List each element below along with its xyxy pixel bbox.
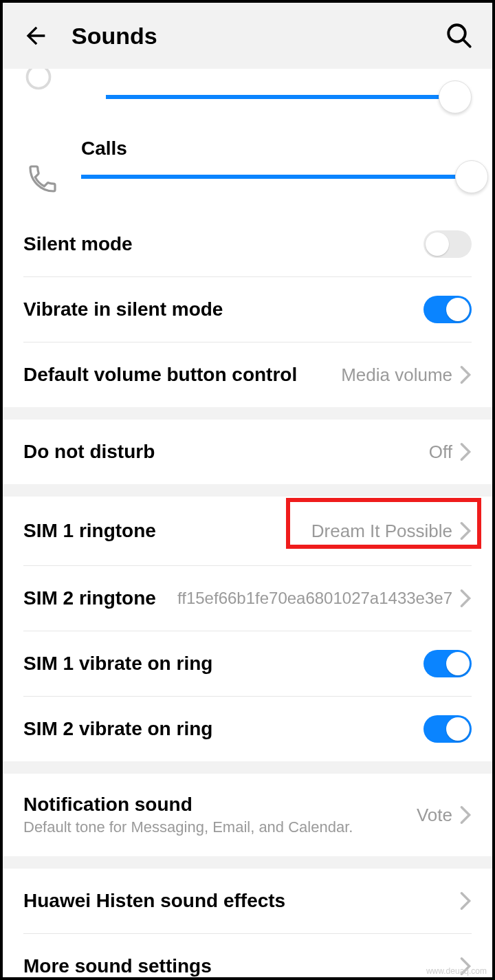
default-volume-label: Default volume button control	[23, 364, 297, 386]
chevron-right-icon	[459, 442, 472, 461]
row-silent-mode[interactable]: Silent mode	[3, 212, 492, 276]
search-button[interactable]	[443, 19, 476, 52]
sim1-ringtone-label: SIM 1 ringtone	[23, 520, 156, 542]
content-area: Calls Silent mode Vibrate in silent mode…	[3, 69, 492, 977]
notification-sub: Default tone for Messaging, Email, and C…	[23, 818, 353, 836]
back-button[interactable]	[19, 19, 52, 52]
search-icon	[445, 21, 474, 50]
notification-label: Notification sound	[23, 794, 353, 816]
row-vibrate-silent[interactable]: Vibrate in silent mode	[3, 277, 492, 342]
calls-label: Calls	[81, 138, 472, 160]
phone-icon	[26, 162, 59, 195]
row-sim2-vibrate[interactable]: SIM 2 vibrate on ring	[3, 697, 492, 761]
svg-point-2	[28, 69, 50, 89]
row-sim2-ringtone[interactable]: SIM 2 ringtone ff15ef66b1fe70ea6801027a1…	[3, 566, 492, 631]
chevron-right-icon	[459, 805, 472, 825]
histen-label: Huawei Histen sound effects	[23, 890, 285, 912]
more-settings-label: More sound settings	[23, 955, 212, 977]
row-sim1-vibrate[interactable]: SIM 1 vibrate on ring	[3, 631, 492, 696]
slider-row-calls: Calls	[3, 110, 492, 212]
page-title: Sounds	[72, 23, 157, 50]
chevron-right-icon	[459, 589, 472, 608]
slider-thumb[interactable]	[455, 160, 488, 193]
calls-volume-slider[interactable]	[81, 175, 472, 179]
sim1-vibrate-label: SIM 1 vibrate on ring	[23, 653, 212, 675]
vibrate-silent-toggle[interactable]	[424, 296, 472, 323]
slider-row-partial	[3, 69, 492, 110]
dnd-label: Do not disturb	[23, 441, 155, 463]
volume-slider-partial[interactable]	[106, 95, 455, 99]
svg-line-1	[463, 39, 470, 47]
watermark: www.deuaq.com	[426, 966, 487, 976]
row-dnd[interactable]: Do not disturb Off	[3, 420, 492, 484]
row-notification-sound[interactable]: Notification sound Default tone for Mess…	[3, 774, 492, 856]
app-header: Sounds	[3, 3, 492, 69]
sim2-vibrate-label: SIM 2 vibrate on ring	[23, 718, 212, 740]
clock-icon	[23, 69, 54, 92]
sim1-ringtone-value: Dream It Possible	[311, 521, 452, 542]
sim2-ringtone-value: ff15ef66b1fe70ea6801027a1433e3e7	[177, 589, 452, 608]
row-sim1-ringtone[interactable]: SIM 1 ringtone Dream It Possible	[3, 497, 492, 565]
row-more-settings[interactable]: More sound settings	[3, 934, 492, 977]
sim2-vibrate-toggle[interactable]	[424, 715, 472, 743]
chevron-right-icon	[459, 521, 472, 541]
vibrate-silent-label: Vibrate in silent mode	[23, 298, 223, 320]
dnd-value: Off	[429, 442, 452, 463]
silent-mode-label: Silent mode	[23, 233, 133, 255]
sim2-ringtone-label: SIM 2 ringtone	[23, 587, 156, 609]
slider-thumb[interactable]	[439, 80, 472, 113]
default-volume-value: Media volume	[341, 364, 452, 386]
chevron-right-icon	[459, 891, 472, 911]
back-arrow-icon	[22, 22, 50, 50]
row-histen[interactable]: Huawei Histen sound effects	[3, 869, 492, 933]
silent-mode-toggle[interactable]	[424, 230, 472, 258]
notification-value: Vote	[417, 805, 452, 826]
row-default-volume[interactable]: Default volume button control Media volu…	[3, 342, 492, 407]
sim1-vibrate-toggle[interactable]	[424, 650, 472, 677]
chevron-right-icon	[459, 365, 472, 384]
